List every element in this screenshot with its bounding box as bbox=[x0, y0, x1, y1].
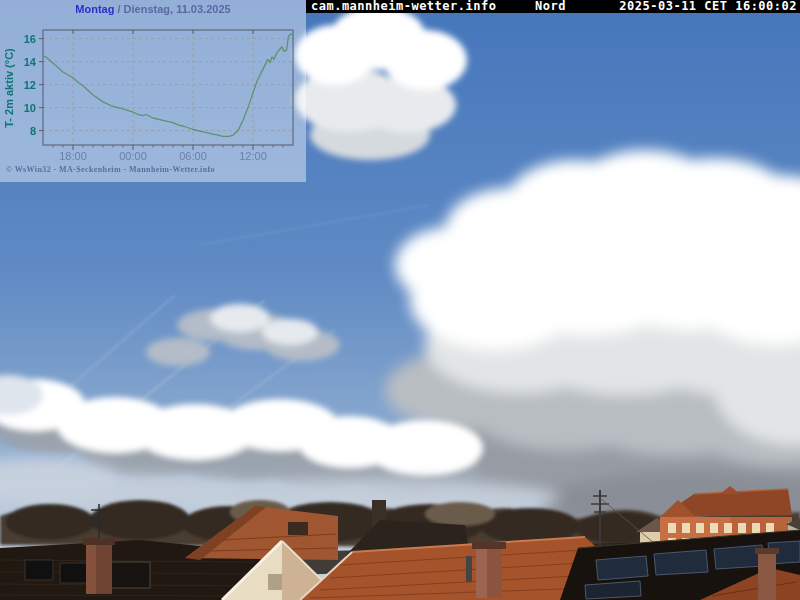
svg-text:06:00: 06:00 bbox=[179, 150, 207, 162]
svg-text:16: 16 bbox=[24, 33, 36, 45]
chart-title-date: / Dienstag, 11.03.2025 bbox=[114, 3, 230, 15]
svg-text:12:00: 12:00 bbox=[239, 150, 267, 162]
svg-text:00:00: 00:00 bbox=[119, 150, 147, 162]
svg-text:14: 14 bbox=[24, 56, 37, 68]
webcam-frame: cam.mannheim-wetter.info Nord 2025-03-11… bbox=[0, 0, 800, 600]
svg-text:10: 10 bbox=[24, 102, 36, 114]
camera-direction: Nord bbox=[535, 0, 566, 13]
svg-text:8: 8 bbox=[30, 125, 36, 137]
chart-title: Montag / Dienstag, 11.03.2025 bbox=[0, 3, 306, 15]
roof-window-1 bbox=[25, 560, 53, 580]
timestamp: 2025-03-11 CET 16:00:02 bbox=[619, 0, 797, 13]
svg-text:12: 12 bbox=[24, 79, 36, 91]
y-axis-label: T- 2m aktiv (°C) bbox=[3, 48, 15, 128]
temperature-chart: T- 2m aktiv (°C) 81012141618:0000:0006:0… bbox=[0, 0, 306, 182]
status-bar: cam.mannheim-wetter.info Nord 2025-03-11… bbox=[306, 0, 800, 13]
weather-chart-panel: T- 2m aktiv (°C) 81012141618:0000:0006:0… bbox=[0, 0, 306, 182]
chart-copyright: © WsWin32 - MA-Seckenheim - Mannheim-Wet… bbox=[6, 165, 215, 174]
svg-text:18:00: 18:00 bbox=[59, 150, 87, 162]
site-name: cam.mannheim-wetter.info bbox=[311, 0, 496, 13]
roof-window-2 bbox=[60, 563, 88, 583]
chart-title-day: Montag bbox=[75, 3, 114, 15]
